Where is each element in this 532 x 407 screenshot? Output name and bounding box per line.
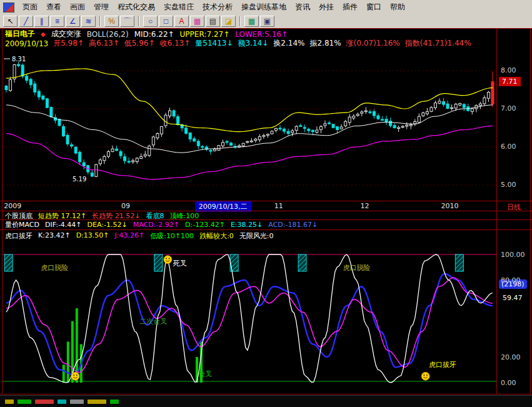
field-value: MACD:-2.92↑ bbox=[133, 221, 179, 229]
menu-item-12[interactable]: 帮助 bbox=[386, 1, 409, 14]
indicator-row-macd[interactable]: 量价MACDDIF:-4.44↑DEA:-1.52↓MACD:-2.92↑D:-… bbox=[5, 221, 318, 229]
price-axis-label: 8.00 bbox=[501, 66, 516, 74]
field-value: J:43.26↑ bbox=[115, 231, 145, 241]
field-value: 跌幅较大:0 bbox=[199, 231, 234, 241]
field-value: ACD:-181.67↓ bbox=[268, 221, 318, 229]
boll-lower-value: LOWER:5.16↑ bbox=[235, 30, 288, 39]
app-window: 页面查看画面管理程式化交易实盘猎庄技术分析操盘训练基地资讯外挂插件窗口帮助 ↖╱… bbox=[0, 0, 532, 407]
field-value: 涨(0.07)1.16% bbox=[346, 38, 400, 49]
price-axis-label: 6.00 bbox=[501, 143, 516, 151]
percent-retrace-tool[interactable]: % bbox=[104, 16, 119, 27]
copy-tool[interactable]: ▤ bbox=[206, 16, 220, 27]
eraser-tool[interactable]: ◪ bbox=[221, 16, 236, 27]
date-axis-label: 12 bbox=[360, 202, 369, 210]
field-value: 量51413↓ bbox=[195, 38, 233, 49]
rectangle-tool[interactable]: □ bbox=[159, 16, 173, 27]
menu-bar: 页面查看画面管理程式化交易实盘猎庄技术分析操盘训练基地资讯外挂插件窗口帮助 bbox=[0, 0, 532, 15]
field-value: 低吸:10↑100 bbox=[150, 231, 194, 241]
menu-item-3[interactable]: 管理 bbox=[89, 1, 113, 14]
pointer-tool[interactable]: ↖ bbox=[3, 16, 18, 27]
status-ticker-block bbox=[18, 399, 31, 404]
field-value: 换2.14% bbox=[273, 38, 304, 49]
signal-icon: ◆ bbox=[41, 31, 46, 38]
field-value: D:13.50↑ bbox=[76, 231, 109, 241]
boll-upper-value: UPPER:7.27↑ bbox=[180, 30, 230, 39]
menu-item-6[interactable]: 技术分析 bbox=[198, 1, 237, 14]
menu-item-11[interactable]: 窗口 bbox=[362, 1, 386, 14]
frame-line bbox=[0, 394, 532, 394]
smiley-signal-icon bbox=[421, 372, 429, 380]
frame-line bbox=[0, 28, 532, 29]
field-value: DEA:-1.52↓ bbox=[88, 221, 128, 229]
frame-line bbox=[0, 201, 532, 201]
ellipse-tool[interactable]: ○ bbox=[143, 16, 158, 27]
price-axis-label: 5.00 bbox=[501, 181, 516, 189]
kdj-header: 虎口拔牙K:23.42↑D:13.50↑J:43.26↑低吸:10↑100跌幅较… bbox=[5, 231, 274, 241]
menu-item-5[interactable]: 实盘猎庄 bbox=[159, 1, 198, 14]
indicator-name[interactable]: BOLL(26,2) bbox=[87, 30, 129, 39]
kdj-axis-label: 80.00 bbox=[501, 276, 521, 284]
toolbar-separator bbox=[138, 16, 139, 26]
kdj-annotation: 二次金叉 bbox=[139, 318, 167, 326]
field-value: 开5.98↑ bbox=[53, 38, 84, 49]
status-ticker-block bbox=[88, 399, 106, 404]
frame-line bbox=[2, 28, 3, 394]
stock-name[interactable]: 福日电子 bbox=[5, 29, 35, 39]
menu-items: 页面查看画面管理程式化交易实盘猎庄技术分析操盘训练基地资讯外挂插件窗口帮助 bbox=[18, 1, 409, 14]
palette-tool[interactable]: ▦ bbox=[190, 16, 204, 27]
text-tool[interactable]: A bbox=[174, 16, 189, 27]
date-axis-label: 11 bbox=[274, 202, 283, 210]
quote-fields: 开5.98↑高6.13↑低5.96↑收6.13↑量51413↓额3.14↓换2.… bbox=[53, 38, 471, 49]
angle-line-tool[interactable]: ∠ bbox=[66, 16, 80, 27]
menu-item-2[interactable]: 画面 bbox=[66, 1, 89, 14]
smiley-signal-icon bbox=[71, 372, 79, 380]
price-axis-label: 7.00 bbox=[501, 104, 516, 113]
field-value: 量价MACD bbox=[5, 220, 39, 229]
field-value: D:-123.42↑ bbox=[185, 221, 225, 229]
wave-tool[interactable]: ≋ bbox=[81, 16, 96, 27]
menu-item-0[interactable]: 页面 bbox=[18, 1, 42, 14]
quote-date: 2009/10/13 bbox=[5, 39, 48, 48]
menu-item-10[interactable]: 插件 bbox=[338, 1, 362, 14]
trend-line-tool[interactable]: ╱ bbox=[19, 16, 33, 27]
kdj-annotation: 虎口拔牙 bbox=[429, 361, 456, 369]
save-tool[interactable]: ▣ bbox=[260, 16, 274, 27]
smiley-signal-icon bbox=[164, 256, 172, 264]
kdj-axis-label: 0.00 bbox=[501, 379, 516, 387]
grid-tool[interactable]: ▦ bbox=[244, 16, 259, 27]
low-price-label: 5.19 bbox=[73, 176, 86, 183]
field-value: K:23.42↑ bbox=[38, 231, 71, 241]
kdj-panel[interactable]: 虎口拔牙K:23.42↑D:13.50↑J:43.26↑低吸:10↑100跌幅较… bbox=[3, 231, 496, 394]
kdj-axis-label: 20.00 bbox=[501, 353, 521, 361]
frame-line bbox=[0, 229, 532, 230]
boll-mid-value: MID:6.22↑ bbox=[134, 30, 174, 39]
kdj-last-value: 59.47 bbox=[503, 294, 523, 302]
menu-item-4[interactable]: 程式化交易 bbox=[113, 1, 159, 14]
toolbar: ↖╱∥≡∠≋%⌒○□A▦▤◪▦▣ bbox=[0, 14, 532, 28]
field-value: 无限风光:0 bbox=[239, 231, 274, 241]
field-value: E:38.25↓ bbox=[231, 221, 263, 229]
quote-bar: 2009/10/13 开5.98↑高6.13↑低5.96↑收6.13↑量5141… bbox=[5, 39, 471, 48]
frame-line bbox=[530, 28, 531, 394]
toolbar-separator bbox=[239, 16, 241, 26]
menu-item-7[interactable]: 操盘训练基地 bbox=[237, 1, 291, 14]
candlestick-chart[interactable]: 8.315.19 bbox=[3, 49, 496, 201]
frame-line bbox=[0, 219, 532, 220]
menu-item-1[interactable]: 查看 bbox=[42, 1, 66, 14]
cycle-line-tool[interactable]: ⌒ bbox=[120, 16, 134, 27]
field-value: 额3.14↓ bbox=[238, 38, 269, 49]
horizontal-lines-tool[interactable]: ≡ bbox=[50, 16, 64, 27]
date-axis-label: 09 bbox=[121, 202, 130, 210]
channel-tool[interactable]: ∥ bbox=[34, 16, 49, 27]
kdj-annotation: 虎口脱险 bbox=[343, 264, 370, 272]
kdj-chart[interactable]: 虎口脱险死叉二次金叉金叉虎口脱险虎口拔牙 bbox=[3, 244, 496, 394]
field-value: 振2.81% bbox=[309, 38, 341, 49]
high-price-label: 8.31 bbox=[12, 56, 26, 63]
menu-item-8[interactable]: 资讯 bbox=[291, 1, 314, 14]
main-chart[interactable]: 8.315.19 bbox=[3, 49, 496, 201]
status-ticker-block bbox=[35, 399, 54, 404]
date-axis-label: 2009 bbox=[4, 202, 21, 210]
menu-item-9[interactable]: 外挂 bbox=[314, 1, 338, 14]
app-icon[interactable] bbox=[3, 3, 14, 13]
kdj-annotation: 金叉 bbox=[198, 370, 212, 378]
